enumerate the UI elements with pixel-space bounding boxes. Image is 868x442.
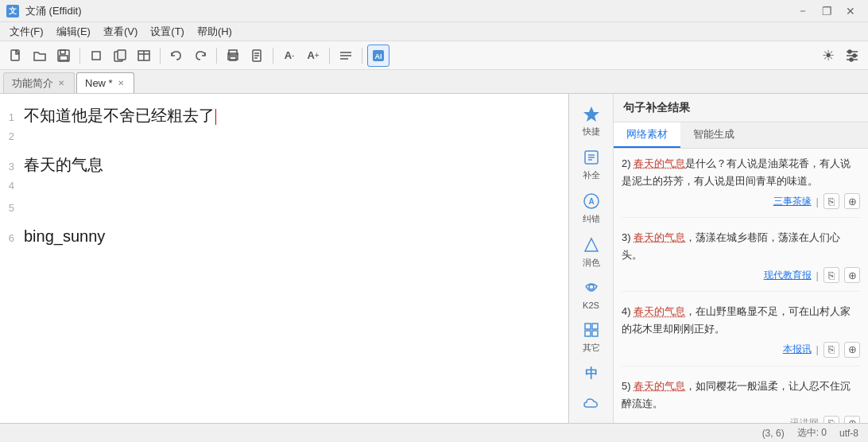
svg-rect-13 <box>230 56 236 60</box>
menu-help[interactable]: 帮助(H) <box>191 23 238 41</box>
result-source-2: 三事茶缘 | ⎘ ⊕ <box>622 193 860 209</box>
menu-file[interactable]: 文件(F) <box>3 23 50 41</box>
panel-tab-web[interactable]: 网络素材 <box>614 122 680 148</box>
insert-btn-4[interactable]: ⊕ <box>844 342 860 358</box>
insert-btn-3[interactable]: ⊕ <box>844 267 860 283</box>
tab-new-close[interactable]: ✕ <box>116 78 126 88</box>
vert-btn-complete[interactable]: 补全 <box>574 144 609 184</box>
vert-btn-other[interactable]: 其它 <box>574 316 609 357</box>
complete-label: 补全 <box>583 169 600 181</box>
status-position: (3, 6) <box>762 428 785 439</box>
result-item-4: 4) 春天的气息，在山野里略显不足，可在山村人家的花木里却刚刚正好。 本报讯 |… <box>622 303 860 366</box>
toolbar-sep-1 <box>79 48 80 64</box>
panel-tab-ai[interactable]: 智能生成 <box>680 122 747 148</box>
copy-btn-3[interactable]: ⎘ <box>823 267 839 283</box>
result-text-4: 4) 春天的气息，在山野里略显不足，可在山村人家的花木里却刚刚正好。 <box>622 303 860 338</box>
correct-label: 纠错 <box>583 213 600 225</box>
vert-btn-color[interactable]: 润色 <box>574 231 609 272</box>
settings-extra-button[interactable] <box>841 45 863 67</box>
titlebar-left: 文 文涌 (Effidit) <box>6 4 82 18</box>
font-increase-button[interactable]: A+ <box>302 45 324 67</box>
insert-btn-2[interactable]: ⊕ <box>844 193 860 209</box>
editor-area[interactable]: 1 不知道他是不舍已经粗去了 2 3 春天的气息 4 5 <box>0 94 569 423</box>
tab-intro-label: 功能简介 <box>12 76 53 91</box>
svg-marker-30 <box>583 107 599 122</box>
line-5: 5 <box>0 200 552 223</box>
minimize-button[interactable]: － <box>792 0 814 22</box>
right-panel: 句子补全结果 网络素材 智能生成 2) 春天的气息是什么？有人说是油菜花香，有人… <box>614 94 868 423</box>
toolbar-sep-3 <box>216 48 217 64</box>
color-icon <box>581 235 602 255</box>
statusbar: (3, 6) 选中: 0 utf-8 <box>0 423 868 442</box>
other-icon <box>581 320 602 340</box>
svg-rect-7 <box>118 50 126 60</box>
line-num-1: 1 <box>0 111 24 123</box>
ai-button[interactable]: AI <box>367 45 389 67</box>
source-link-2[interactable]: 三事茶缘 <box>773 195 812 208</box>
toolbar: A- A+ AI ☀ <box>0 41 868 70</box>
tab-new-label: New * <box>85 77 113 89</box>
menubar: 文件(F) 编辑(E) 查看(V) 设置(T) 帮助(H) <box>0 22 868 41</box>
new-file-button[interactable] <box>5 45 27 67</box>
titlebar-controls: － ❐ ✕ <box>792 0 862 22</box>
copy-btn-4[interactable]: ⎘ <box>823 342 839 358</box>
line-content-3: 春天的气息 <box>24 153 103 176</box>
cloud-icon <box>581 394 602 414</box>
toolbar-sep-2 <box>160 48 161 64</box>
undo-button[interactable] <box>165 45 188 67</box>
result-num-2: 2) <box>622 157 634 169</box>
panel-title: 句子补全结果 <box>623 101 690 115</box>
redo-button[interactable] <box>189 45 211 67</box>
result-item-3: 3) 春天的气息，荡漾在城乡巷陌，荡漾在人们心头。 现代教育报 | ⎘ ⊕ <box>622 229 860 292</box>
svg-text:AI: AI <box>375 52 382 60</box>
menu-view[interactable]: 查看(V) <box>97 23 144 41</box>
tab-new[interactable]: New * ✕ <box>76 72 134 93</box>
print-button[interactable] <box>222 45 244 67</box>
line-num-6: 6 <box>0 232 24 244</box>
vert-btn-correct[interactable]: A 纠错 <box>574 188 609 228</box>
source-link-4[interactable]: 本报讯 <box>783 343 812 356</box>
tab-intro-close[interactable]: ✕ <box>56 78 66 88</box>
save-button[interactable] <box>52 45 75 67</box>
result-num-5: 5) <box>622 380 634 392</box>
copy-format-button[interactable] <box>109 45 131 67</box>
line-num-4: 4 <box>0 180 24 192</box>
complete-icon <box>581 147 602 168</box>
text-cursor <box>215 109 216 125</box>
svg-point-38 <box>589 285 594 289</box>
svg-rect-40 <box>592 324 598 329</box>
color-label: 润色 <box>583 257 600 269</box>
svg-text:A: A <box>588 197 594 206</box>
vert-btn-zhong[interactable]: 中 <box>574 360 609 387</box>
theme-button[interactable]: ☀ <box>817 45 839 67</box>
copy-btn-5[interactable]: ⎘ <box>823 416 839 423</box>
open-file-button[interactable] <box>29 45 51 67</box>
tab-intro[interactable]: 功能简介 ✕ <box>3 72 75 93</box>
vert-btn-quick[interactable]: 快捷 <box>574 100 609 141</box>
restore-button[interactable]: ❐ <box>816 0 838 22</box>
source-link-3[interactable]: 现代教育报 <box>764 269 812 282</box>
result-keyword-2: 春天的气息 <box>634 157 685 169</box>
close-button[interactable]: ✕ <box>839 0 862 22</box>
align-button[interactable] <box>335 45 357 67</box>
line-6: 6 bing_sunny <box>0 223 552 250</box>
vert-btn-k2s[interactable]: K2S <box>574 275 609 313</box>
line-content-1: 不知道他是不舍已经粗去了 <box>24 103 216 127</box>
toolbar-sep-4 <box>273 48 273 64</box>
font-decrease-button[interactable]: A- <box>278 45 300 67</box>
svg-rect-5 <box>92 52 100 60</box>
table-button[interactable] <box>133 45 155 67</box>
svg-rect-11 <box>229 50 237 55</box>
crop-button[interactable] <box>85 45 107 67</box>
result-source-3: 现代教育报 | ⎘ ⊕ <box>622 267 860 283</box>
result-source-4: 本报讯 | ⎘ ⊕ <box>622 342 860 358</box>
copy-btn-2[interactable]: ⎘ <box>823 193 839 209</box>
editor-content[interactable]: 1 不知道他是不舍已经粗去了 2 3 春天的气息 4 5 <box>0 94 568 423</box>
page-setup-button[interactable] <box>246 45 268 67</box>
result-text-5: 5) 春天的气息，如同樱花一般温柔，让人忍不住沉醉流连。 <box>622 378 860 413</box>
menu-edit[interactable]: 编辑(E) <box>50 23 97 41</box>
insert-btn-5[interactable]: ⊕ <box>844 416 860 423</box>
vert-btn-cloud[interactable] <box>574 390 609 417</box>
other-label: 其它 <box>583 342 600 354</box>
menu-settings[interactable]: 设置(T) <box>144 23 191 41</box>
